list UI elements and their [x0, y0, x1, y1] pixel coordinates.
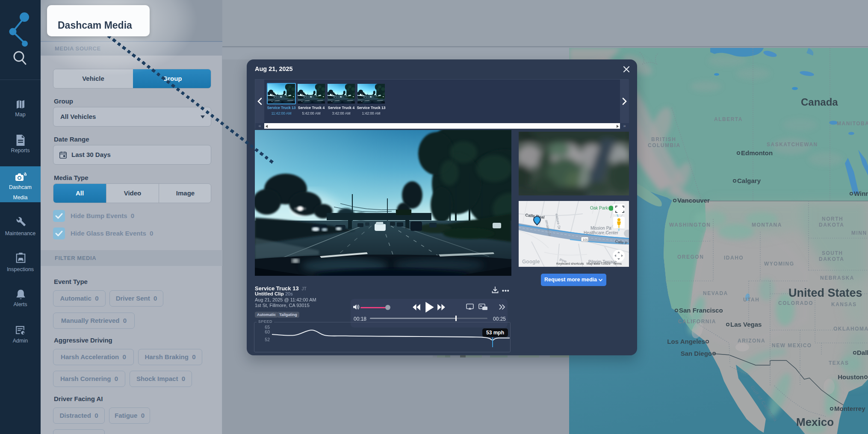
svg-text:NEVADA: NEVADA — [703, 290, 728, 296]
svg-text:UTAH: UTAH — [743, 297, 759, 303]
svg-text:Los Angeles: Los Angeles — [667, 338, 705, 345]
svg-text:DAKOTA: DAKOTA — [819, 256, 844, 262]
svg-text:MANITOBA: MANITOBA — [837, 121, 868, 127]
svg-text:ALBERTA: ALBERTA — [714, 116, 743, 122]
svg-text:CALIFORNIA: CALIFORNIA — [678, 319, 716, 325]
svg-text:San Francisco: San Francisco — [679, 307, 723, 314]
svg-text:Houston: Houston — [838, 373, 864, 381]
svg-text:COLUMBIA: COLUMBIA — [648, 142, 681, 148]
svg-text:NEW MEXICO: NEW MEXICO — [772, 342, 812, 348]
svg-text:Vancouver: Vancouver — [677, 197, 710, 204]
svg-text:WASHINGTON: WASHINGTON — [669, 222, 711, 228]
svg-text:Monterrey: Monterrey — [834, 405, 865, 412]
svg-text:San Diego: San Diego — [681, 350, 712, 357]
svg-text:TEXAS: TEXAS — [829, 360, 849, 366]
svg-text:OKLAHOMA: OKLAHOMA — [833, 326, 868, 332]
svg-text:NEBRASKA: NEBRASKA — [820, 275, 854, 281]
svg-text:NORTH: NORTH — [822, 216, 843, 222]
svg-text:BRITISH: BRITISH — [651, 136, 676, 142]
svg-text:WYOMING: WYOMING — [764, 261, 794, 267]
svg-text:COLORADO: COLORADO — [778, 300, 813, 306]
svg-text:Las Vegas: Las Vegas — [730, 321, 762, 328]
svg-text:Canada: Canada — [801, 96, 838, 108]
svg-text:Calgary: Calgary — [737, 177, 761, 184]
svg-text:KANSAS: KANSAS — [831, 301, 857, 307]
svg-text:SASKATCHEWAN: SASKATCHEWAN — [767, 142, 818, 148]
svg-text:OREGON: OREGON — [677, 254, 704, 260]
svg-text:SOUTH: SOUTH — [822, 250, 843, 256]
svg-text:Edmonton: Edmonton — [741, 149, 773, 156]
svg-text:Mexico: Mexico — [796, 416, 834, 428]
svg-text:ARIZONA: ARIZONA — [738, 338, 765, 344]
svg-text:MONTANA: MONTANA — [752, 222, 782, 228]
svg-text:Dall: Dall — [857, 349, 868, 356]
svg-text:MINN: MINN — [851, 230, 867, 236]
svg-text:DAKOTA: DAKOTA — [819, 222, 844, 228]
svg-text:Winni: Winni — [854, 190, 868, 197]
svg-text:IDAHO: IDAHO — [724, 255, 744, 261]
svg-text:United States: United States — [788, 286, 862, 299]
